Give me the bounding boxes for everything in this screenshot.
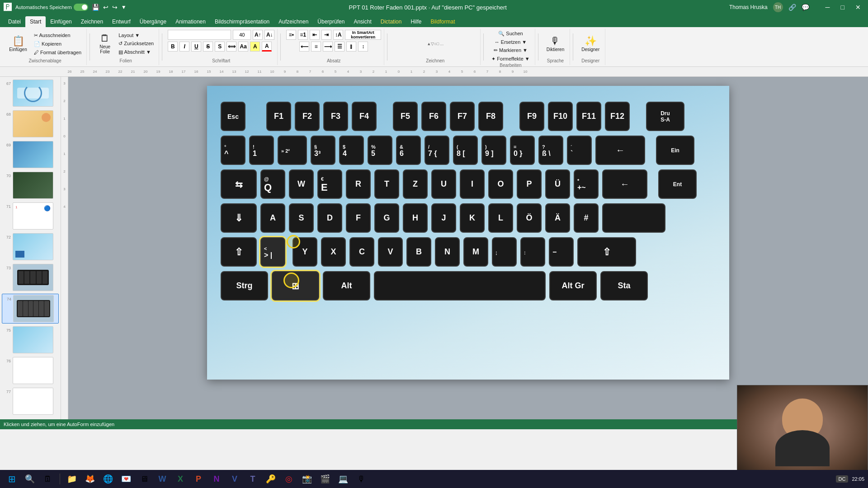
btn-einfügen[interactable]: 📋 Einfügen (6, 35, 30, 53)
ppt-button[interactable]: P (190, 471, 207, 487)
btn-ersetzen[interactable]: ↔ Ersetzen ▼ (492, 38, 529, 46)
justify-button[interactable]: ☰ (335, 42, 344, 52)
window-controls[interactable]: ─ □ ✕ (822, 3, 864, 12)
slide-num-76: 76 (3, 357, 11, 363)
slide-thumb-68[interactable]: 68 (2, 109, 59, 138)
convert-button[interactable]: In SmartArt konvertieren (345, 30, 381, 40)
align-center-button[interactable]: ≡ (311, 42, 321, 52)
btn-layout[interactable]: Layout ▼ (116, 32, 156, 39)
autosave-toggle[interactable]: Automatisches Speichern (15, 4, 88, 11)
line-spacing-button[interactable]: ↕ (358, 42, 368, 52)
taskbar-mic[interactable]: 🎙 (353, 471, 369, 487)
slide-thumb-77[interactable]: 77 (2, 387, 59, 416)
case-button[interactable]: Aa (238, 42, 248, 52)
underline-button[interactable]: U (191, 42, 201, 52)
btn-formeffekt[interactable]: ✦ Formeffekte ▼ (489, 55, 532, 63)
keepass-button[interactable]: 🔑 (263, 471, 279, 487)
tab-übergänge[interactable]: Übergänge (135, 16, 171, 27)
start-button[interactable]: ⊞ (4, 471, 20, 487)
italic-button[interactable]: I (179, 42, 189, 52)
tab-zeichnen[interactable]: Zeichnen (76, 16, 108, 27)
btn-abschnitt[interactable]: ▤ Abschnitt ▼ (116, 48, 156, 56)
comments-icon[interactable]: 💬 (802, 4, 809, 11)
text-direction-button[interactable]: ↕A (333, 30, 343, 40)
remote-button[interactable]: 🖥 (136, 471, 152, 487)
align-right-button[interactable]: ⟶ (323, 42, 333, 52)
tab-aufzeichnen[interactable]: Aufzeichnen (274, 16, 313, 27)
minimize-button[interactable]: ─ (822, 3, 834, 12)
word-button[interactable]: W (154, 471, 170, 487)
font-color-button[interactable]: A (262, 42, 272, 52)
font-name-input[interactable] (168, 30, 231, 40)
slide-thumb-75[interactable]: 75 (2, 325, 59, 354)
btn-format[interactable]: 🖊 Format übertragen (32, 49, 84, 56)
btn-zurücksetzen[interactable]: ↺ Zurücksetzen (116, 40, 156, 47)
share-icon[interactable]: 🔗 (788, 4, 796, 11)
taskbar-misc-1[interactable]: 💻 (335, 471, 351, 487)
tab-datei[interactable]: Datei (4, 16, 25, 27)
btn-diktieren[interactable]: 🎙 Diktieren (544, 35, 567, 53)
btn-designer[interactable]: ✨ Designer (579, 35, 602, 53)
btn-suchen[interactable]: 🔍 Suchen (496, 30, 525, 38)
explorer-button[interactable]: 📁 (64, 471, 80, 487)
quick-access-icon[interactable]: ▼ (121, 4, 127, 10)
slide-thumb-74[interactable]: 74 (2, 294, 59, 324)
taskview-button[interactable]: 🗓 (40, 471, 56, 487)
slide-thumb-73[interactable]: 73 (2, 263, 59, 292)
tab-animationen[interactable]: Animationen (171, 16, 210, 27)
btn-ausschneiden[interactable]: ✂ Ausschneiden (32, 32, 84, 39)
char-spacing-button[interactable]: ⟺ (226, 42, 236, 52)
slide-thumb-76[interactable]: 76 (2, 356, 59, 385)
mail-button[interactable]: 💌 (118, 471, 134, 487)
camtasia-button[interactable]: 🎬 (317, 471, 333, 487)
close-button[interactable]: ✕ (852, 3, 864, 12)
tab-bildformat[interactable]: Bildformat (426, 16, 459, 27)
list-bullet-button[interactable]: ≡• (286, 30, 296, 40)
slide-panel[interactable]: 67 68 69 70 71 (0, 77, 61, 419)
redo-icon[interactable]: ↪ (112, 4, 118, 11)
tab-überprüfen[interactable]: Überprüfen (313, 16, 349, 27)
tab-einfügen[interactable]: Einfügen (46, 16, 76, 27)
firefox-button[interactable]: 🦊 (82, 471, 98, 487)
btn-neue-folie[interactable]: 🗒 NeueFolie (95, 32, 114, 56)
save-icon[interactable]: 💾 (92, 4, 99, 11)
onenote-button[interactable]: N (208, 471, 225, 487)
btn-kopieren[interactable]: 📄 Kopieren (32, 40, 84, 48)
highlight-button[interactable]: A (250, 42, 260, 52)
slide-canvas[interactable]: Esc F1 F2 F3 F4 F5 F6 F7 F8 F9 F10 F11 F… (207, 86, 729, 380)
shadow-button[interactable]: S (215, 42, 225, 52)
tab-start[interactable]: Start (25, 16, 46, 27)
autosave-pill[interactable] (74, 4, 88, 11)
snagit-button[interactable]: 📸 (299, 471, 315, 487)
tab-bildschirmpräsentation[interactable]: Bildschirmpräsentation (210, 16, 274, 27)
slide-thumb-67[interactable]: 67 (2, 79, 59, 108)
chrome-button[interactable]: 🌐 (100, 471, 116, 487)
font-grow-button[interactable]: A↑ (253, 30, 263, 40)
maximize-button[interactable]: □ (837, 3, 848, 12)
canvas-area[interactable]: Esc F1 F2 F3 F4 F5 F6 F7 F8 F9 F10 F11 F… (68, 77, 868, 419)
tab-hilfe[interactable]: Hilfe (406, 16, 426, 27)
slide-thumb-71[interactable]: 71 1 🔵 (2, 202, 59, 230)
indent-right-button[interactable]: ⇥ (321, 30, 331, 40)
visio-button[interactable]: V (226, 471, 243, 487)
slide-thumb-72[interactable]: 72 (2, 232, 59, 261)
tab-ansicht[interactable]: Ansicht (349, 16, 376, 27)
anydesk-button[interactable]: ◎ (281, 471, 297, 487)
search-taskbar-button[interactable]: 🔍 (22, 471, 38, 487)
bold-button[interactable]: B (168, 42, 178, 52)
btn-markieren[interactable]: ✏ Markieren ▼ (491, 47, 530, 54)
font-size-input[interactable] (233, 30, 251, 40)
col-button[interactable]: ⫿ (346, 42, 356, 52)
teams-button[interactable]: T (245, 471, 261, 487)
indent-left-button[interactable]: ⇤ (310, 30, 320, 40)
strikethrough-button[interactable]: S (203, 42, 213, 52)
tab-dictation[interactable]: Dictation (376, 16, 406, 27)
excel-button[interactable]: X (172, 471, 189, 487)
slide-thumb-70[interactable]: 70 (2, 171, 59, 200)
align-left-button[interactable]: ⟵ (299, 42, 309, 52)
font-shrink-button[interactable]: A↓ (264, 30, 274, 40)
undo-icon[interactable]: ↩ (103, 4, 108, 11)
list-num-button[interactable]: ≡1 (298, 30, 308, 40)
slide-thumb-69[interactable]: 69 (2, 140, 59, 169)
tab-entwurf[interactable]: Entwurf (108, 16, 135, 27)
